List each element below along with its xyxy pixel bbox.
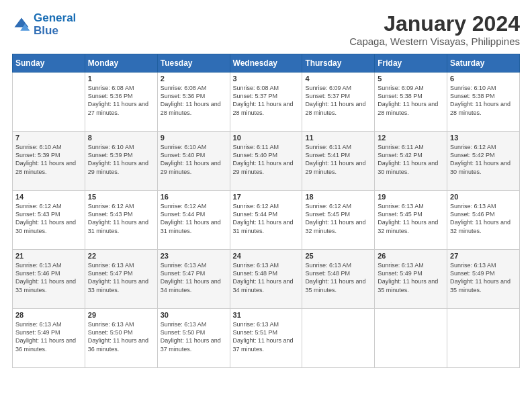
day-info: Sunrise: 6:13 AMSunset: 5:45 PMDaylight:… (378, 202, 444, 235)
day-info: Sunrise: 6:11 AMSunset: 5:42 PMDaylight:… (378, 143, 444, 176)
calendar-cell: 20Sunrise: 6:13 AMSunset: 5:46 PMDayligh… (447, 191, 520, 250)
calendar-cell: 24Sunrise: 6:13 AMSunset: 5:48 PMDayligh… (230, 250, 302, 309)
calendar-cell: 18Sunrise: 6:12 AMSunset: 5:45 PMDayligh… (302, 191, 375, 250)
day-info: Sunrise: 6:08 AMSunset: 5:37 PMDaylight:… (233, 84, 300, 117)
calendar-cell: 23Sunrise: 6:13 AMSunset: 5:47 PMDayligh… (157, 250, 230, 309)
day-number: 31 (233, 311, 300, 319)
calendar-cell (375, 309, 447, 368)
day-info: Sunrise: 6:13 AMSunset: 5:49 PMDaylight:… (15, 320, 82, 353)
day-info: Sunrise: 6:12 AMSunset: 5:43 PMDaylight:… (88, 202, 154, 235)
logo-text: General Blue (34, 12, 76, 37)
calendar-cell: 9Sunrise: 6:10 AMSunset: 5:40 PMDaylight… (157, 132, 230, 191)
day-info: Sunrise: 6:08 AMSunset: 5:36 PMDaylight:… (88, 84, 154, 117)
calendar-cell: 15Sunrise: 6:12 AMSunset: 5:43 PMDayligh… (85, 191, 157, 250)
day-info: Sunrise: 6:10 AMSunset: 5:39 PMDaylight:… (15, 143, 82, 176)
day-number: 16 (161, 193, 227, 201)
day-info: Sunrise: 6:11 AMSunset: 5:40 PMDaylight:… (233, 143, 300, 176)
calendar-table: SundayMondayTuesdayWednesdayThursdayFrid… (12, 54, 520, 368)
day-number: 22 (88, 252, 154, 260)
calendar-cell: 13Sunrise: 6:12 AMSunset: 5:42 PMDayligh… (447, 132, 520, 191)
calendar-cell: 8Sunrise: 6:10 AMSunset: 5:39 PMDaylight… (85, 132, 157, 191)
day-number: 2 (161, 75, 227, 83)
day-number: 30 (161, 311, 227, 319)
day-number: 7 (15, 134, 82, 142)
day-number: 11 (305, 134, 371, 142)
day-info: Sunrise: 6:13 AMSunset: 5:49 PMDaylight:… (450, 261, 517, 294)
calendar-cell: 11Sunrise: 6:11 AMSunset: 5:41 PMDayligh… (302, 132, 375, 191)
logo-general: General (34, 11, 76, 24)
calendar-cell: 2Sunrise: 6:08 AMSunset: 5:36 PMDaylight… (157, 73, 230, 132)
day-info: Sunrise: 6:13 AMSunset: 5:47 PMDaylight:… (88, 261, 154, 294)
day-number: 25 (305, 252, 371, 260)
day-number: 24 (233, 252, 300, 260)
day-number: 4 (305, 75, 371, 83)
day-info: Sunrise: 6:12 AMSunset: 5:45 PMDaylight:… (305, 202, 371, 235)
subtitle: Capaga, Western Visayas, Philippines (349, 36, 520, 47)
calendar-cell: 31Sunrise: 6:13 AMSunset: 5:51 PMDayligh… (230, 309, 302, 368)
day-info: Sunrise: 6:13 AMSunset: 5:46 PMDaylight:… (15, 261, 82, 294)
calendar-header-thursday: Thursday (302, 54, 375, 73)
day-number: 21 (15, 252, 82, 260)
calendar-week-1: 7Sunrise: 6:10 AMSunset: 5:39 PMDaylight… (13, 132, 520, 191)
title-block: January 2024 Capaga, Western Visayas, Ph… (349, 12, 520, 47)
day-info: Sunrise: 6:13 AMSunset: 5:48 PMDaylight:… (305, 261, 371, 294)
calendar-cell (447, 309, 520, 368)
calendar-cell: 5Sunrise: 6:09 AMSunset: 5:38 PMDaylight… (375, 73, 447, 132)
calendar-week-4: 28Sunrise: 6:13 AMSunset: 5:49 PMDayligh… (13, 309, 520, 368)
calendar-cell: 14Sunrise: 6:12 AMSunset: 5:43 PMDayligh… (13, 191, 85, 250)
calendar-cell: 16Sunrise: 6:12 AMSunset: 5:44 PMDayligh… (157, 191, 230, 250)
day-info: Sunrise: 6:13 AMSunset: 5:50 PMDaylight:… (88, 320, 154, 353)
calendar-cell: 12Sunrise: 6:11 AMSunset: 5:42 PMDayligh… (375, 132, 447, 191)
calendar-cell: 17Sunrise: 6:12 AMSunset: 5:44 PMDayligh… (230, 191, 302, 250)
calendar-cell: 25Sunrise: 6:13 AMSunset: 5:48 PMDayligh… (302, 250, 375, 309)
main-title: January 2024 (349, 12, 520, 36)
calendar-cell: 29Sunrise: 6:13 AMSunset: 5:50 PMDayligh… (85, 309, 157, 368)
day-number: 18 (305, 193, 371, 201)
calendar-header-tuesday: Tuesday (157, 54, 230, 73)
day-info: Sunrise: 6:13 AMSunset: 5:49 PMDaylight:… (378, 261, 444, 294)
day-info: Sunrise: 6:13 AMSunset: 5:47 PMDaylight:… (161, 261, 227, 294)
calendar-cell: 4Sunrise: 6:09 AMSunset: 5:37 PMDaylight… (302, 73, 375, 132)
day-number: 10 (233, 134, 300, 142)
day-number: 9 (161, 134, 227, 142)
calendar-cell: 10Sunrise: 6:11 AMSunset: 5:40 PMDayligh… (230, 132, 302, 191)
calendar-header-saturday: Saturday (447, 54, 520, 73)
logo-blue: Blue (34, 24, 58, 37)
day-number: 27 (450, 252, 517, 260)
day-number: 1 (88, 75, 154, 83)
day-number: 12 (378, 134, 444, 142)
day-info: Sunrise: 6:08 AMSunset: 5:36 PMDaylight:… (161, 84, 227, 117)
day-number: 20 (450, 193, 517, 201)
page: General Blue January 2024 Capaga, Wester… (0, 0, 532, 411)
calendar-header-sunday: Sunday (13, 54, 85, 73)
calendar-cell: 28Sunrise: 6:13 AMSunset: 5:49 PMDayligh… (13, 309, 85, 368)
calendar-cell: 26Sunrise: 6:13 AMSunset: 5:49 PMDayligh… (375, 250, 447, 309)
logo-icon (12, 15, 31, 34)
day-info: Sunrise: 6:12 AMSunset: 5:43 PMDaylight:… (15, 202, 82, 235)
day-number: 23 (161, 252, 227, 260)
day-number: 6 (450, 75, 517, 83)
day-number: 29 (88, 311, 154, 319)
calendar-cell: 27Sunrise: 6:13 AMSunset: 5:49 PMDayligh… (447, 250, 520, 309)
calendar-cell (302, 309, 375, 368)
day-number: 5 (378, 75, 444, 83)
day-number: 26 (378, 252, 444, 260)
calendar-week-2: 14Sunrise: 6:12 AMSunset: 5:43 PMDayligh… (13, 191, 520, 250)
calendar-header-row: SundayMondayTuesdayWednesdayThursdayFrid… (13, 54, 520, 73)
day-number: 8 (88, 134, 154, 142)
day-number: 14 (15, 193, 82, 201)
day-info: Sunrise: 6:12 AMSunset: 5:42 PMDaylight:… (450, 143, 517, 176)
day-info: Sunrise: 6:10 AMSunset: 5:39 PMDaylight:… (88, 143, 154, 176)
calendar-cell: 22Sunrise: 6:13 AMSunset: 5:47 PMDayligh… (85, 250, 157, 309)
day-info: Sunrise: 6:11 AMSunset: 5:41 PMDaylight:… (305, 143, 371, 176)
day-number: 19 (378, 193, 444, 201)
day-number: 15 (88, 193, 154, 201)
calendar-header-monday: Monday (85, 54, 157, 73)
calendar-week-0: 1Sunrise: 6:08 AMSunset: 5:36 PMDaylight… (13, 73, 520, 132)
calendar-cell: 7Sunrise: 6:10 AMSunset: 5:39 PMDaylight… (13, 132, 85, 191)
day-number: 17 (233, 193, 300, 201)
day-info: Sunrise: 6:13 AMSunset: 5:46 PMDaylight:… (450, 202, 517, 235)
day-info: Sunrise: 6:10 AMSunset: 5:40 PMDaylight:… (161, 143, 227, 176)
calendar-cell (13, 73, 85, 132)
day-number: 28 (15, 311, 82, 319)
